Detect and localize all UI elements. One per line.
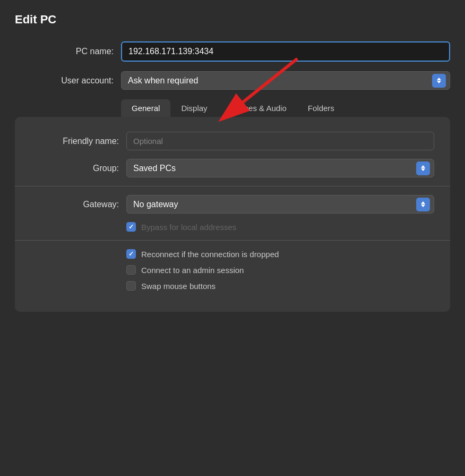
divider-2 bbox=[15, 240, 450, 241]
group-row: Group: Saved PCs bbox=[15, 159, 450, 177]
pc-name-input[interactable] bbox=[121, 41, 450, 62]
user-account-row: User account: Ask when required bbox=[15, 71, 450, 90]
group-select-wrapper: Saved PCs bbox=[126, 159, 434, 177]
reconnect-label: Reconnect if the connection is dropped bbox=[141, 250, 279, 259]
tab-display[interactable]: Display bbox=[170, 99, 218, 117]
user-account-select[interactable]: Ask when required bbox=[121, 71, 450, 90]
pc-name-control bbox=[121, 41, 450, 62]
tabs-bar: General Display Devices & Audio Folders bbox=[121, 99, 450, 117]
reconnect-checkbox[interactable] bbox=[126, 249, 136, 259]
user-account-label: User account: bbox=[15, 76, 121, 86]
tab-folders[interactable]: Folders bbox=[297, 99, 345, 117]
friendly-name-row: Friendly name: bbox=[15, 132, 450, 150]
gateway-select-wrapper: No gateway bbox=[126, 195, 434, 214]
group-select[interactable]: Saved PCs bbox=[126, 159, 434, 177]
friendly-name-label: Friendly name: bbox=[31, 137, 126, 146]
reconnect-checkbox-wrapper[interactable]: Reconnect if the connection is dropped bbox=[126, 249, 279, 259]
gateway-control: No gateway bbox=[126, 195, 434, 214]
swap-mouse-checkbox[interactable] bbox=[126, 281, 136, 291]
admin-session-row: Connect to an admin session bbox=[15, 265, 450, 275]
admin-session-label: Connect to an admin session bbox=[141, 266, 244, 275]
user-account-control: Ask when required bbox=[121, 71, 450, 90]
admin-session-checkbox[interactable] bbox=[126, 265, 136, 275]
divider-1 bbox=[15, 186, 450, 186]
group-control: Saved PCs bbox=[126, 159, 434, 177]
swap-mouse-checkbox-wrapper[interactable]: Swap mouse buttons bbox=[126, 281, 216, 291]
pc-name-label: PC name: bbox=[15, 47, 121, 56]
bypass-checkbox-wrapper[interactable]: Bypass for local addresses bbox=[126, 222, 236, 232]
bypass-row: Bypass for local addresses bbox=[15, 222, 450, 232]
swap-mouse-row: Swap mouse buttons bbox=[15, 281, 450, 291]
admin-session-checkbox-wrapper[interactable]: Connect to an admin session bbox=[126, 265, 244, 275]
gateway-label: Gateway: bbox=[31, 200, 126, 209]
tab-devices-audio[interactable]: Devices & Audio bbox=[218, 99, 297, 117]
pc-name-row: PC name: bbox=[15, 41, 450, 62]
group-label: Group: bbox=[31, 164, 126, 173]
friendly-name-control bbox=[126, 132, 434, 150]
reconnect-row: Reconnect if the connection is dropped bbox=[15, 249, 450, 259]
tab-general[interactable]: General bbox=[121, 99, 170, 117]
edit-pc-dialog: Edit PC PC name: User account: Ask when … bbox=[15, 13, 450, 312]
general-tab-panel: Friendly name: Group: Saved PCs bbox=[15, 117, 450, 312]
gateway-row: Gateway: No gateway bbox=[15, 195, 450, 214]
bypass-checkbox[interactable] bbox=[126, 222, 136, 232]
swap-mouse-label: Swap mouse buttons bbox=[141, 282, 216, 291]
bypass-label: Bypass for local addresses bbox=[141, 223, 236, 232]
gateway-select[interactable]: No gateway bbox=[126, 195, 434, 214]
user-account-select-wrapper: Ask when required bbox=[121, 71, 450, 90]
dialog-title: Edit PC bbox=[15, 13, 450, 27]
friendly-name-input[interactable] bbox=[126, 132, 434, 150]
